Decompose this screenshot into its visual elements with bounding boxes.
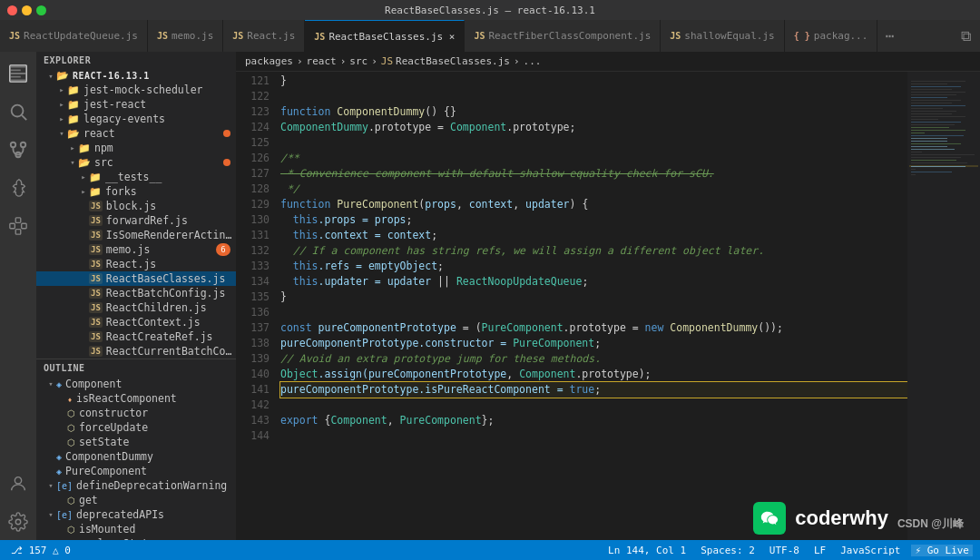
svg-rect-46	[911, 172, 952, 172]
git-branch-text: 157 △ 0	[29, 545, 71, 556]
tab-ReactUpdateQueue[interactable]: JS ReactUpdateQueue.js	[0, 20, 148, 52]
tree-item-forwardRef[interactable]: ▸ JS forwardRef.js	[36, 213, 236, 228]
cursor-position[interactable]: Ln 144, Col 1	[604, 545, 690, 556]
tree-item-ReactBatchConfig[interactable]: ▸ JS ReactBatchConfig.js	[36, 286, 236, 300]
tab-React[interactable]: JS React.js	[223, 20, 305, 52]
encoding[interactable]: UTF-8	[766, 545, 803, 556]
tree-item-react[interactable]: ▾ 📂 react	[36, 126, 236, 141]
indentation[interactable]: Spaces: 2	[697, 545, 759, 556]
eol[interactable]: LF	[810, 545, 829, 556]
tree-item-ReactChildren[interactable]: ▸ JS ReactChildren.js	[36, 300, 236, 315]
settings-activity[interactable]	[0, 504, 36, 540]
tree-item-block[interactable]: ▸ JS block.js	[36, 199, 236, 213]
outline-isReactComponent[interactable]: ▸ ⬧ isReactComponent	[36, 391, 236, 406]
method-icon: ⬡	[67, 408, 75, 418]
tree-item-jest-react[interactable]: ▸ 📁 jest-react	[36, 97, 236, 112]
tab-shallowEqual[interactable]: JS shallowEqual.js	[661, 20, 784, 52]
tree-item-ReactContext[interactable]: ▸ JS ReactContext.js	[36, 315, 236, 329]
breadcrumb-packages[interactable]: packages	[245, 55, 293, 67]
tree-item-ReactCreateRef[interactable]: ▸ JS ReactCreateRef.js	[36, 329, 236, 344]
extensions-activity[interactable]	[0, 208, 36, 244]
outline-isMounted[interactable]: ▸ ⬡ isMounted	[36, 522, 236, 536]
breadcrumb-file[interactable]: JS	[381, 55, 393, 67]
code-content[interactable]: }function ComponentDummy() {}ComponentDu…	[277, 72, 907, 540]
tree-root[interactable]: ▾ 📂 REACT-16.13.1	[36, 69, 236, 83]
outline-item-label: get	[79, 494, 236, 506]
svg-rect-13	[911, 84, 947, 84]
tree-item-memo[interactable]: ▸ JS memo.js 6	[36, 242, 236, 257]
svg-rect-39	[911, 154, 975, 155]
chevron-down-icon: ▾	[45, 481, 56, 490]
svg-point-3	[11, 142, 16, 148]
go-live-button[interactable]: ⚡ Go Live	[911, 545, 973, 556]
tab-label: memo.js	[172, 30, 213, 42]
folder-open-icon: 📂	[56, 70, 69, 82]
tab-ReactBaseClasses[interactable]: JS ReactBaseClasses.js ×	[305, 20, 465, 52]
tree-item-tests[interactable]: ▸ 📁 __tests__	[36, 170, 236, 184]
debug-activity[interactable]	[0, 170, 36, 206]
breadcrumb-filename[interactable]: ReactBaseClasses.js	[396, 55, 510, 67]
js-file-icon: JS	[89, 215, 103, 226]
svg-rect-9	[15, 230, 21, 234]
svg-rect-19	[911, 100, 961, 101]
code-line-143: export {Component, PureComponent};	[280, 413, 907, 428]
tree-item-jest-mock-scheduler[interactable]: ▸ 📁 jest-mock-scheduler	[36, 83, 236, 97]
tree-item-ReactCurrentBatchConfig[interactable]: ▸ JS ReactCurrentBatchConfig.js	[36, 344, 236, 359]
outline-forceUpdate[interactable]: ▸ ⬡ forceUpdate	[36, 420, 236, 435]
outline-setState[interactable]: ▸ ⬡ setState	[36, 435, 236, 449]
language-mode[interactable]: JavaScript	[837, 545, 904, 556]
breadcrumb-src[interactable]: src	[349, 55, 368, 67]
explorer-header[interactable]: EXPLORER	[36, 52, 236, 69]
tree-item-label: src	[94, 156, 223, 169]
maximize-button[interactable]	[36, 5, 46, 15]
tree-item-legacy-events[interactable]: ▸ 📁 legacy-events	[36, 112, 236, 126]
svg-rect-32	[911, 135, 964, 136]
chevron-down-icon: ▾	[56, 129, 67, 138]
tab-package[interactable]: { } packag...	[785, 20, 878, 52]
source-control-activity[interactable]	[0, 132, 36, 168]
split-editor-button[interactable]: ⧉	[958, 29, 973, 44]
chevron-down-icon: ▾	[67, 158, 78, 167]
main-layout: EXPLORER ▾ 📂 REACT-16.13.1 ▸ 📁 jest-mock…	[0, 52, 980, 540]
tree-item-src[interactable]: ▾ 📂 src	[36, 155, 236, 170]
outline-defineDeprecationWarning[interactable]: ▾ [e] defineDeprecationWarning	[36, 478, 236, 493]
account-activity[interactable]	[0, 466, 36, 502]
tree-item-forks[interactable]: ▸ 📁 forks	[36, 184, 236, 199]
outline-deprecatedAPIs[interactable]: ▾ [e] deprecatedAPIs	[36, 507, 236, 522]
window-controls[interactable]	[7, 5, 46, 15]
chevron-down-icon: ▾	[45, 510, 56, 519]
outline-section: OUTLINE ▾ ◈ Component ▸ ⬧ isReactCompone…	[36, 359, 236, 540]
folder-icon: 📁	[67, 84, 80, 96]
svg-rect-20	[911, 103, 952, 103]
folder-icon: 📁	[67, 113, 80, 125]
tree-item-React[interactable]: ▸ JS React.js	[36, 257, 236, 271]
outline-get[interactable]: ▸ ⬡ get	[36, 493, 236, 507]
chevron-right-icon: ▸	[56, 114, 67, 123]
code-line-131: this.context = context;	[280, 228, 907, 243]
outline-header[interactable]: OUTLINE	[36, 359, 236, 377]
js-file-icon: JS	[89, 331, 103, 342]
git-branch-status[interactable]: ⎇ 157 △ 0	[7, 545, 74, 556]
outline-ComponentDummy[interactable]: ▸ ◈ ComponentDummy	[36, 449, 236, 464]
tab-label: ReactBaseClasses.js ×	[328, 31, 455, 43]
minimize-button[interactable]	[22, 5, 32, 15]
close-button[interactable]	[7, 5, 17, 15]
search-activity[interactable]	[0, 93, 36, 130]
svg-rect-26	[911, 119, 938, 120]
folder-open-icon: 📂	[67, 128, 80, 140]
outline-Component[interactable]: ▾ ◈ Component	[36, 377, 236, 391]
tab-memo[interactable]: JS memo.js	[148, 20, 223, 52]
breadcrumb-ellipsis[interactable]: ...	[524, 55, 542, 67]
outline-PureComponent[interactable]: ▸ ◈ PureComponent	[36, 464, 236, 478]
tab-overflow-menu[interactable]: ⋯	[877, 20, 901, 52]
explorer-activity[interactable]	[0, 55, 36, 92]
tree-item-IsSomeRendererActing[interactable]: ▸ JS IsSomeRendererActing.js	[36, 228, 236, 242]
js-icon: JS	[232, 31, 243, 41]
breadcrumb-react[interactable]: react	[307, 55, 337, 67]
tab-ReactFiberClassComponent[interactable]: JS ReactFiberClassComponent.js	[465, 20, 661, 52]
outline-constructor[interactable]: ▸ ⬡ constructor	[36, 406, 236, 420]
breadcrumb: packages › react › src › JS ReactBaseCla…	[236, 52, 980, 72]
tree-item-npm[interactable]: ▸ 📁 npm	[36, 141, 236, 155]
method-icon: ⬡	[67, 525, 75, 535]
tree-item-ReactBaseClasses[interactable]: ▸ JS ReactBaseClasses.js	[36, 271, 236, 286]
